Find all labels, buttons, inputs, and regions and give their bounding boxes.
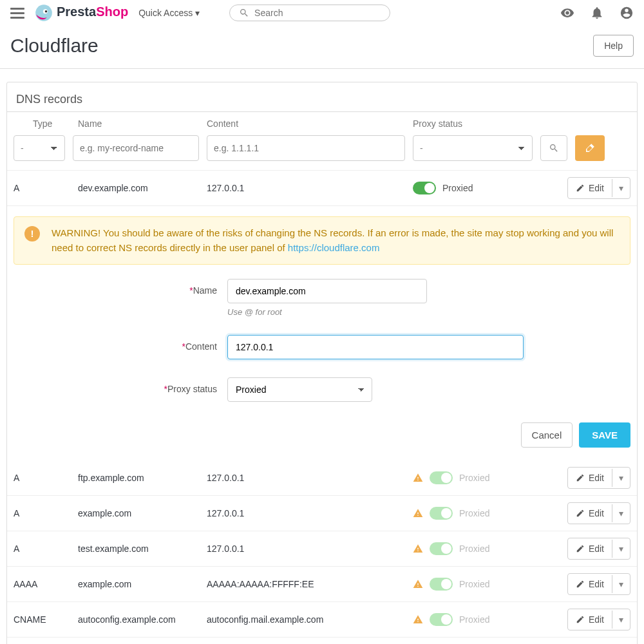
page-title: Cloudflare	[10, 35, 99, 57]
table-row: A example.com 127.0.0.1 Proxied Edit ▾	[7, 496, 637, 531]
chevron-down-icon[interactable]: ▾	[612, 574, 630, 594]
cell-content: 127.0.0.1	[207, 544, 413, 554]
cell-content: AAAAA:AAAAA:FFFFF:EE	[207, 579, 413, 589]
eraser-icon	[584, 142, 596, 154]
cell-type: CNAME	[14, 614, 78, 625]
form-name-input[interactable]	[227, 279, 427, 303]
warning-icon	[413, 579, 423, 589]
cell-name: example.com	[78, 579, 207, 589]
quick-access-menu[interactable]: Quick Access ▾	[138, 8, 200, 18]
row-edit-button[interactable]: Edit ▾	[567, 573, 630, 595]
row-edit-button[interactable]: Edit ▾	[567, 502, 630, 524]
row-edit-button[interactable]: Edit ▾	[567, 609, 630, 630]
cell-type: A	[14, 508, 78, 518]
proxy-toggle[interactable]	[413, 182, 436, 194]
help-button[interactable]: Help	[593, 35, 634, 57]
column-name: Name	[71, 118, 200, 129]
notification-icon[interactable]	[590, 6, 604, 20]
visibility-icon[interactable]	[560, 6, 574, 20]
proxy-toggle[interactable]	[430, 613, 453, 626]
table-row: A ftp.example.com 127.0.0.1 Proxied Edit…	[7, 460, 637, 496]
table-row-editing: A dev.example.com 127.0.0.1 Proxied Edit…	[7, 171, 637, 206]
pencil-icon	[576, 184, 585, 193]
proxy-label: Proxied	[459, 544, 489, 554]
table-row: CNAME autoconfig.example.com autoconfig.…	[7, 602, 637, 638]
cell-type: A	[14, 544, 78, 554]
pencil-icon	[576, 509, 585, 518]
chevron-down-icon[interactable]: ▾	[612, 503, 630, 524]
warning-icon	[413, 473, 423, 483]
global-search[interactable]	[229, 5, 390, 21]
save-button[interactable]: SAVE	[579, 422, 630, 448]
prestashop-bird-icon	[35, 4, 53, 22]
cell-type: AAAA	[14, 579, 78, 589]
column-type: Type	[7, 118, 71, 129]
filter-name-input[interactable]	[73, 135, 199, 161]
pencil-icon	[576, 473, 585, 482]
cell-name: test.example.com	[78, 544, 207, 554]
warning-icon	[413, 544, 423, 554]
filter-type-select[interactable]: -	[14, 135, 65, 161]
menu-toggle[interactable]	[10, 8, 24, 19]
cell-name: dev.example.com	[78, 183, 207, 193]
row-edit-button[interactable]: Edit ▾	[567, 467, 630, 489]
form-content-input[interactable]	[227, 335, 524, 359]
pencil-icon	[576, 580, 585, 589]
warning-icon	[413, 614, 423, 625]
cell-name: autoconfig.example.com	[78, 614, 207, 625]
cancel-button[interactable]: Cancel	[521, 422, 573, 448]
proxy-label: Proxied	[442, 183, 473, 193]
proxy-label: Proxied	[459, 508, 489, 518]
proxy-label: Proxied	[459, 473, 489, 483]
column-proxy: Proxy status	[406, 118, 542, 129]
cell-type: A	[14, 183, 78, 193]
cell-content: autoconfig.mail.example.com	[207, 614, 413, 625]
label-name: Name	[193, 285, 217, 296]
filter-search-button[interactable]	[540, 135, 567, 161]
row-edit-button[interactable]: Edit ▾	[567, 177, 630, 199]
proxy-toggle[interactable]	[430, 578, 453, 591]
row-edit-button[interactable]: Edit ▾	[567, 538, 630, 560]
chevron-down-icon[interactable]: ▾	[612, 468, 630, 488]
label-proxy: Proxy status	[167, 384, 217, 394]
svg-point-2	[45, 10, 48, 13]
warning-icon	[413, 508, 423, 518]
form-name-hint: Use @ for root	[227, 307, 427, 317]
proxy-toggle[interactable]	[430, 542, 453, 555]
proxy-toggle[interactable]	[430, 471, 453, 484]
chevron-down-icon[interactable]: ▾	[612, 609, 630, 630]
cell-content: 127.0.0.1	[207, 183, 413, 193]
pencil-icon	[576, 615, 585, 624]
cloudflare-link[interactable]: https://cloudflare.com	[288, 242, 380, 253]
filter-reset-button[interactable]	[575, 135, 605, 161]
account-icon[interactable]	[620, 6, 634, 20]
chevron-down-icon[interactable]: ▾	[612, 538, 630, 559]
proxy-label: Proxied	[459, 614, 489, 625]
filter-content-input[interactable]	[207, 135, 405, 161]
warning-alert: ! WARNING! You should be aware of the ri…	[14, 216, 630, 265]
chevron-down-icon: ▾	[195, 8, 200, 18]
filter-proxy-select[interactable]: -	[413, 135, 533, 161]
cell-content: 127.0.0.1	[207, 508, 413, 518]
column-content: Content	[200, 118, 406, 129]
search-icon	[549, 143, 559, 153]
cell-content: 127.0.0.1	[207, 473, 413, 483]
cell-name: example.com	[78, 508, 207, 518]
cell-type: A	[14, 473, 78, 483]
label-content: Content	[185, 341, 217, 352]
warning-icon: !	[24, 226, 40, 242]
table-row: AAAA example.com AAAAA:AAAAA:FFFFF:EE Pr…	[7, 567, 637, 602]
form-proxy-select[interactable]: Proxied	[227, 377, 372, 402]
chevron-down-icon[interactable]: ▾	[612, 178, 630, 198]
panel-title: DNS records	[7, 82, 637, 112]
cell-name: ftp.example.com	[78, 473, 207, 483]
pencil-icon	[576, 544, 585, 553]
search-icon	[239, 8, 249, 18]
table-row: A test.example.com 127.0.0.1 Proxied Edi…	[7, 531, 637, 567]
table-row: CNAME autodiscover.example.com autodisco…	[7, 638, 637, 644]
search-input[interactable]	[254, 8, 381, 18]
proxy-toggle[interactable]	[430, 507, 453, 520]
proxy-label: Proxied	[459, 579, 489, 589]
brand-logo: PrestaShop	[35, 4, 128, 22]
